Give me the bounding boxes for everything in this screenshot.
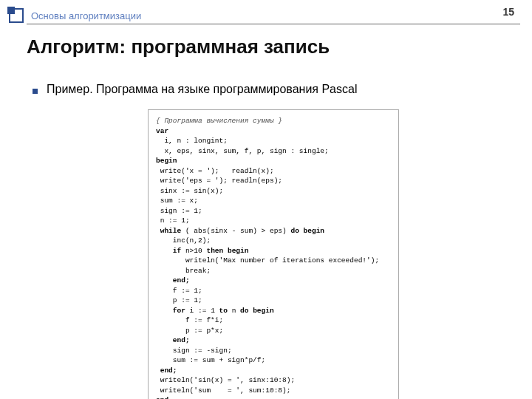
- code-kw: begin: [156, 157, 177, 165]
- code-line: n: [228, 307, 240, 315]
- code-line: i, n : longint;: [156, 137, 228, 145]
- code-line: writeln('sum = ', sum:10:8);: [156, 386, 290, 395]
- code-kw: end;: [160, 366, 177, 375]
- code-line: p := 1;: [156, 296, 202, 304]
- code-kw: end.: [156, 396, 173, 399]
- code-box: { Программа вычисления суммы } var i, n …: [148, 109, 399, 399]
- code-line: sign := 1;: [156, 207, 202, 215]
- code-line: n>10: [181, 247, 206, 255]
- bullet-row: Пример. Программа на языке программирова…: [33, 83, 357, 96]
- bullet-text: Пример. Программа на языке программирова…: [47, 83, 357, 96]
- code-line: sinx := sin(x);: [156, 187, 223, 195]
- code-kw: then begin: [206, 247, 248, 255]
- code-line: [156, 247, 173, 255]
- code-line: write('x = '); readln(x);: [156, 167, 274, 175]
- code-kw: do begin: [290, 227, 324, 235]
- code-kw: do begin: [240, 307, 274, 315]
- code-line: break;: [156, 267, 211, 275]
- code-kw: for: [173, 307, 185, 315]
- code-kw: while: [160, 227, 182, 235]
- page-title: Алгоритм: программная запись: [27, 35, 330, 58]
- code-line: sign := -sign;: [156, 347, 232, 355]
- code-line: writeln('sin(x) = ', sinx:10:8);: [156, 376, 295, 384]
- code-line: x, eps, sinx, sum, f, p, sign : single;: [156, 147, 329, 155]
- code-line: n := 1;: [156, 216, 190, 225]
- code-line: i := 1: [185, 307, 219, 315]
- code-line: ( abs(sinx - sum) > eps): [181, 227, 290, 235]
- code-line: sum := sum + sign*p/f;: [156, 356, 265, 364]
- slide-marker-icon: [9, 8, 24, 23]
- code-listing: { Программа вычисления суммы } var i, n …: [156, 116, 391, 399]
- slide-marker-inner-icon: [7, 7, 15, 14]
- bullet-icon: [33, 89, 38, 94]
- code-line: [156, 336, 173, 344]
- code-kw: end;: [173, 276, 190, 284]
- divider: [27, 24, 520, 24]
- code-comment: { Программа вычисления суммы }: [156, 117, 282, 125]
- code-line: [156, 276, 173, 284]
- code-line: inc(n,2);: [156, 236, 211, 245]
- code-kw: end;: [173, 336, 190, 344]
- top-bar: Основы алгоритмизации: [0, 7, 532, 24]
- code-line: [156, 307, 173, 315]
- code-line: f := 1;: [156, 287, 202, 295]
- code-line: f := f*i;: [156, 316, 223, 324]
- code-kw: if: [173, 247, 181, 255]
- code-line: p := p*x;: [156, 327, 223, 335]
- code-line: writeln('Max number of iterations exceed…: [156, 256, 379, 265]
- code-line: sum := x;: [156, 197, 198, 205]
- page-number: 15: [502, 6, 514, 18]
- breadcrumb: Основы алгоритмизации: [31, 10, 141, 21]
- code-kw: var: [156, 127, 168, 135]
- code-kw: to: [219, 307, 228, 315]
- code-line: write('eps = '); readln(eps);: [156, 177, 282, 185]
